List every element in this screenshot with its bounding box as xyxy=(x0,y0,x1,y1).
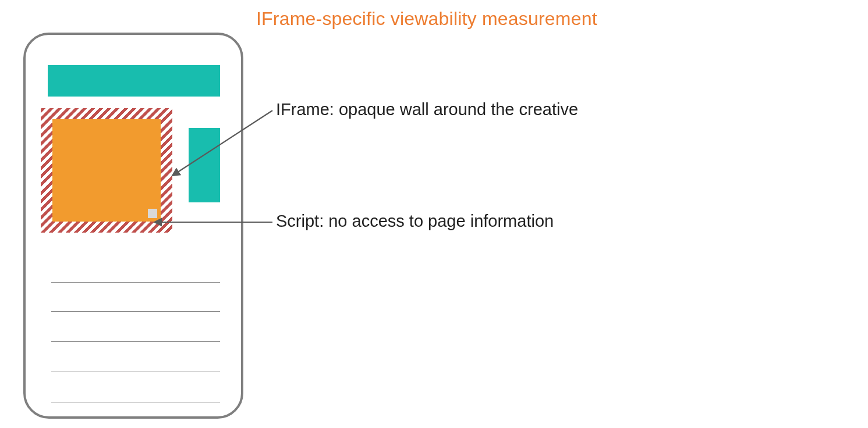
content-line xyxy=(51,341,220,342)
side-block xyxy=(189,128,220,202)
phone-wireframe xyxy=(23,33,243,419)
content-line xyxy=(51,282,220,283)
diagram-title: IFrame-specific viewability measurement xyxy=(256,8,597,30)
script-label: Script: no access to page information xyxy=(276,212,554,231)
header-block xyxy=(48,65,220,97)
content-line xyxy=(51,372,220,372)
iframe-label: IFrame: opaque wall around the creative xyxy=(276,100,578,119)
content-line xyxy=(51,311,220,312)
iframe-hatched-border xyxy=(41,108,172,233)
script-dot xyxy=(148,209,157,218)
creative-box xyxy=(52,119,161,222)
content-line xyxy=(51,402,220,402)
